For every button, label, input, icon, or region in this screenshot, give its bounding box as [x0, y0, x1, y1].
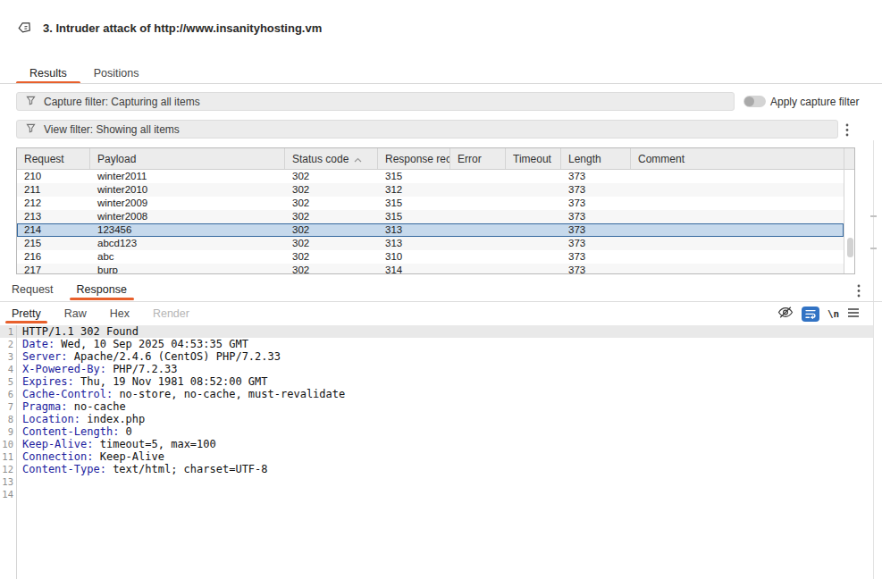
table-scrollbar[interactable]: [844, 170, 855, 273]
column-header-status-code[interactable]: Status code: [285, 148, 378, 169]
cell: 373: [561, 170, 631, 183]
response-line: 6Cache-Control: no-store, no-cache, must…: [0, 388, 873, 400]
response-editor[interactable]: 1HTTP/1.1 302 Found2Date: Wed, 10 Sep 20…: [0, 325, 873, 579]
cell: 302: [285, 250, 378, 264]
cell: 216: [17, 250, 90, 264]
response-line: 7Pragma: no-cache: [0, 400, 873, 413]
tab-raw-label: Raw: [64, 307, 87, 320]
tab-response[interactable]: Response: [65, 280, 139, 300]
cell: 310: [378, 250, 450, 264]
cell: [450, 237, 506, 250]
cell: 123456: [90, 223, 285, 237]
table-header-row: RequestPayloadStatus codeResponse rece..…: [17, 148, 854, 170]
response-line: 13: [0, 475, 873, 488]
tab-results[interactable]: Results: [16, 63, 80, 83]
cell: [631, 210, 844, 223]
table-row-215[interactable]: 215abcd123302313373: [17, 237, 844, 250]
response-line: 14: [0, 488, 873, 500]
editor-menu-icon[interactable]: [847, 306, 860, 322]
tab-hex[interactable]: Hex: [98, 304, 141, 323]
cell: [506, 237, 561, 250]
cell: abc: [90, 250, 285, 264]
tab-request[interactable]: Request: [0, 280, 65, 300]
column-header-payload[interactable]: Payload: [90, 148, 285, 169]
view-filter-bar[interactable]: View filter: Showing all items: [16, 120, 838, 139]
filter-funnel-icon: [26, 96, 36, 108]
cell: 313: [378, 237, 450, 250]
message-menu-icon[interactable]: [855, 284, 862, 298]
column-header-label: Status code: [292, 153, 349, 165]
column-header-request[interactable]: Request: [17, 148, 90, 169]
column-header-label: Length: [568, 153, 601, 165]
editor-toolbar: \n: [777, 304, 860, 323]
cell: 215: [17, 237, 90, 250]
cell: 217: [17, 264, 90, 274]
cell: 302: [285, 210, 378, 223]
cell: 373: [561, 237, 631, 250]
response-body: 1HTTP/1.1 302 Found2Date: Wed, 10 Sep 20…: [0, 325, 873, 500]
apply-capture-filter-label: Apply capture filter: [770, 96, 859, 108]
cell: 315: [378, 210, 450, 223]
tab-pretty[interactable]: Pretty: [0, 304, 53, 323]
cell: winter2010: [90, 183, 285, 197]
column-header-error[interactable]: Error: [450, 148, 506, 169]
cell: 315: [378, 197, 450, 210]
cell: [631, 264, 844, 274]
cell: 302: [285, 197, 378, 210]
newline-chars-icon[interactable]: \n: [827, 308, 839, 320]
line-number: 4: [0, 363, 13, 375]
tab-render[interactable]: Render: [141, 304, 201, 323]
results-menu-icon[interactable]: [844, 123, 851, 137]
line-number: 2: [0, 338, 13, 350]
line-number: 12: [0, 463, 13, 475]
table-row-212[interactable]: 212winter2009302315373: [17, 197, 844, 210]
line-number: 14: [0, 488, 13, 500]
response-line: 5Expires: Thu, 19 Nov 1981 08:52:00 GMT: [0, 375, 873, 388]
table-scrollbar-thumb[interactable]: [847, 238, 853, 257]
toggle-knob: [744, 97, 754, 106]
column-header-comment[interactable]: Comment: [631, 148, 854, 169]
table-row-214[interactable]: 214123456302313373: [17, 223, 844, 237]
column-header-response-rece-[interactable]: Response rece...: [378, 148, 450, 169]
table-row-217[interactable]: 217burp302314373: [17, 264, 844, 274]
response-line: 3Server: Apache/2.4.6 (CentOS) PHP/7.2.3…: [0, 350, 873, 363]
column-header-label: Request: [24, 153, 64, 165]
capture-filter-bar[interactable]: Capture filter: Capturing all items: [16, 92, 735, 111]
cell: 314: [378, 264, 450, 274]
sort-ascending-icon: [354, 153, 362, 165]
cell: 373: [561, 197, 631, 210]
apply-capture-filter-toggle[interactable]: [743, 96, 766, 107]
table-row-211[interactable]: 211winter2010302312373: [17, 183, 844, 197]
column-header-length[interactable]: Length: [561, 148, 631, 169]
cell: 211: [17, 183, 90, 197]
cell: 302: [285, 170, 378, 183]
filter-funnel-icon: [26, 123, 36, 136]
line-number: 8: [0, 413, 13, 425]
tab-raw[interactable]: Raw: [53, 304, 98, 323]
results-table: RequestPayloadStatus codeResponse rece..…: [16, 147, 855, 274]
line-number: 7: [0, 400, 13, 413]
tab-positions[interactable]: Positions: [80, 63, 153, 83]
line-number: 6: [0, 388, 13, 400]
word-wrap-icon[interactable]: [802, 307, 819, 322]
line-number: 1: [0, 325, 13, 338]
cell: [631, 250, 844, 264]
tab-hex-label: Hex: [110, 307, 130, 320]
cell: 213: [17, 210, 90, 223]
http-header-name: Pragma:: [22, 400, 68, 413]
http-header-name: Expires:: [22, 375, 74, 388]
line-content: Cache-Control: no-store, no-cache, must-…: [22, 388, 345, 400]
cell: 214: [17, 223, 90, 237]
table-row-210[interactable]: 210winter2011302315373: [17, 170, 844, 183]
column-header-timeout[interactable]: Timeout: [506, 148, 561, 169]
cell: 210: [17, 170, 90, 183]
table-row-213[interactable]: 213winter2008302315373: [17, 210, 844, 223]
main-tab-bar: Results Positions: [16, 63, 152, 83]
line-number: 13: [0, 475, 13, 488]
table-row-216[interactable]: 216abc302310373: [17, 250, 844, 264]
hide-nonprintable-icon[interactable]: [777, 306, 794, 323]
http-header-name: X-Powered-By:: [22, 363, 106, 375]
line-content: HTTP/1.1 302 Found: [22, 325, 139, 338]
response-line: 9Content-Length: 0: [0, 425, 873, 438]
cell: [631, 170, 844, 183]
